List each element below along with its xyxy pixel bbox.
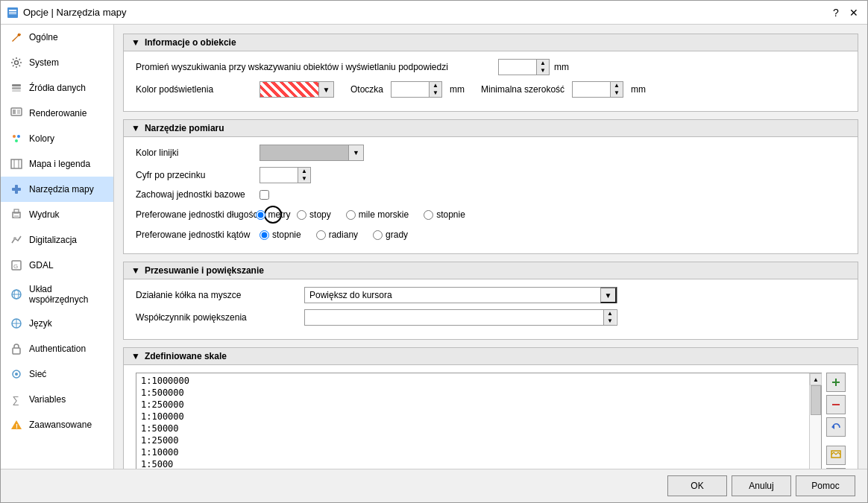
sidebar-item-zrodla[interactable]: Źródła danych [1, 75, 113, 101]
zoom-factor-down[interactable]: ▼ [604, 317, 616, 325]
angle-radiany-radio[interactable] [316, 230, 326, 240]
min-width-down[interactable]: ▼ [611, 89, 623, 97]
scale-item-3[interactable]: 1:250000 [138, 399, 808, 411]
sidebar-item-label-authentication: Authentication [29, 344, 86, 354]
angle-radiany-option[interactable]: radiany [316, 230, 358, 240]
highlight-row: Kolor podświetlenia ▼ Otoczka 0.50 ▲ ▼ [136, 81, 846, 98]
length-stopnie-radio[interactable] [424, 210, 433, 220]
length-mile-radio[interactable] [346, 210, 356, 220]
collapse-info-icon[interactable]: ▼ [131, 37, 140, 48]
scale-item-8[interactable]: 1:5000 [138, 458, 808, 469]
min-width-up[interactable]: ▲ [611, 82, 623, 89]
cancel-button[interactable]: Anuluj [732, 475, 791, 496]
sidebar-item-authentication[interactable]: Authentication [1, 336, 113, 361]
section-measurement-header: ▼ Narzędzie pomiaru [124, 120, 858, 137]
search-radius-input[interactable]: 2.00 [499, 60, 536, 75]
close-button[interactable]: ✕ [846, 5, 861, 20]
length-mile-label: mile morskie [359, 209, 409, 220]
sidebar-item-system[interactable]: System [1, 50, 113, 75]
coordinate-icon [10, 288, 23, 301]
help-button[interactable]: ? [828, 5, 843, 20]
length-metry-radio[interactable] [256, 210, 265, 220]
min-width-spinbox-btns: ▲ ▼ [610, 82, 623, 97]
length-stopnie-label: stopnie [436, 209, 465, 220]
angle-grady-radio[interactable] [373, 230, 383, 240]
scale-scroll-thumb[interactable] [811, 385, 821, 415]
mouse-wheel-row: Działanie kółka na myszce Powiększ do ku… [136, 287, 846, 303]
scale-remove-btn[interactable] [826, 395, 846, 414]
envelope-down[interactable]: ▼ [430, 89, 441, 97]
scale-scroll-up[interactable]: ▲ [810, 373, 822, 385]
mouse-wheel-dropdown[interactable]: Powiększ do kursora ▼ [304, 287, 617, 303]
svg-point-13 [15, 139, 18, 142]
scale-item-7[interactable]: 1:10000 [138, 446, 808, 458]
scale-item-1[interactable]: 1:1000000 [138, 375, 808, 387]
sidebar-item-zaawansowane[interactable]: ! Zaawansowane [1, 412, 113, 437]
decimal-up[interactable]: ▲ [298, 168, 310, 175]
sidebar-item-narzedzia[interactable]: Narzędzia mapy [1, 177, 113, 202]
scale-load-btn[interactable] [826, 446, 846, 465]
scale-undo-btn[interactable] [826, 417, 846, 437]
length-metry-option[interactable]: metry [264, 206, 282, 224]
line-color-picker: ▼ [260, 145, 364, 161]
length-mile-option[interactable]: mile morskie [346, 209, 409, 220]
highlight-color-dropdown-btn[interactable]: ▼ [319, 81, 334, 98]
digitize-icon [10, 233, 23, 247]
length-stopnie-option[interactable]: stopnie [424, 209, 465, 220]
sidebar-item-label-gdal: GDAL [29, 260, 54, 271]
zoom-factor-input[interactable]: 2.0 [305, 310, 603, 325]
angle-stopnie-option[interactable]: stopnie [260, 230, 301, 240]
sidebar-item-renderowanie[interactable]: Renderowanie [1, 101, 113, 126]
envelope-unit: mm [450, 84, 465, 95]
scale-item-2[interactable]: 1:500000 [138, 387, 808, 399]
sidebar-item-mapa[interactable]: Mapa i legenda [1, 151, 113, 177]
sidebar-item-wydruk[interactable]: Wydruk [1, 202, 113, 227]
sidebar-item-label-mapa: Mapa i legenda [29, 159, 90, 169]
search-radius-down[interactable]: ▼ [537, 67, 549, 75]
scale-item-4[interactable]: 1:100000 [138, 411, 808, 423]
decimal-label: Cyfr po przecinku [136, 170, 255, 180]
length-units-group: metry stopy mile morskie stopnie [264, 206, 465, 224]
help-bottom-button[interactable]: Pomoc [796, 475, 855, 496]
collapse-pan-zoom-icon[interactable]: ▼ [131, 265, 140, 276]
section-measurement: ▼ Narzędzie pomiaru Kolor linijki ▼ Cy [123, 119, 858, 254]
min-width-input[interactable]: 1.00 [573, 82, 610, 97]
scale-item-5[interactable]: 1:50000 [138, 423, 808, 434]
sidebar-item-label-uklad: Układ współrzędnych [29, 284, 104, 305]
angle-grady-option[interactable]: grady [373, 230, 408, 240]
ok-button[interactable]: OK [667, 475, 727, 496]
length-stopy-radio[interactable] [297, 210, 306, 220]
decimal-input[interactable]: 3 [260, 168, 298, 183]
titlebar-left: Opcje | Narzędzia mapy [7, 7, 127, 19]
sidebar-item-digitalizacja[interactable]: Digitalizacja [1, 227, 113, 253]
zoom-factor-up[interactable]: ▲ [604, 310, 616, 317]
length-stopy-option[interactable]: stopy [297, 209, 331, 220]
sidebar-item-gdal[interactable]: G GDAL [1, 253, 113, 278]
min-width-label: Minimalna szerokość [481, 84, 564, 95]
line-color-box[interactable] [260, 145, 349, 161]
line-color-dropdown-btn[interactable]: ▼ [349, 145, 364, 161]
collapse-measurement-icon[interactable]: ▼ [131, 123, 140, 133]
bottom-bar: OK Anuluj Pomoc [1, 469, 867, 502]
decimal-down[interactable]: ▼ [298, 175, 310, 183]
highlight-color-box[interactable] [260, 81, 319, 98]
sidebar-item-ogolne[interactable]: Ogólne [1, 25, 113, 50]
collapse-scales-icon[interactable]: ▼ [131, 351, 140, 361]
sidebar-item-jezyk[interactable]: Język [1, 311, 113, 336]
scale-item-6[interactable]: 1:25000 [138, 434, 808, 446]
search-radius-row: Promień wyszukiwania przy wskazywaniu ob… [136, 59, 846, 75]
angle-stopnie-radio[interactable] [260, 230, 269, 240]
mouse-wheel-dropdown-btn[interactable]: ▼ [600, 287, 617, 303]
envelope-up[interactable]: ▲ [430, 82, 441, 89]
keep-base-checkbox[interactable] [260, 190, 269, 200]
sidebar-item-uklad[interactable]: Układ współrzędnych [1, 278, 113, 311]
scale-list[interactable]: 1:1000000 1:500000 1:250000 1:100000 1:5… [136, 373, 809, 469]
search-radius-up[interactable]: ▲ [537, 60, 549, 67]
sidebar-item-variables[interactable]: ∑ Variables [1, 387, 113, 412]
scale-add-btn[interactable] [826, 373, 846, 392]
sidebar-item-kolory[interactable]: Kolory [1, 126, 113, 151]
envelope-input[interactable]: 0.50 [391, 82, 429, 97]
svg-rect-7 [12, 90, 21, 92]
scale-list-btns [826, 373, 846, 469]
sidebar-item-siec[interactable]: Sieć [1, 361, 113, 387]
